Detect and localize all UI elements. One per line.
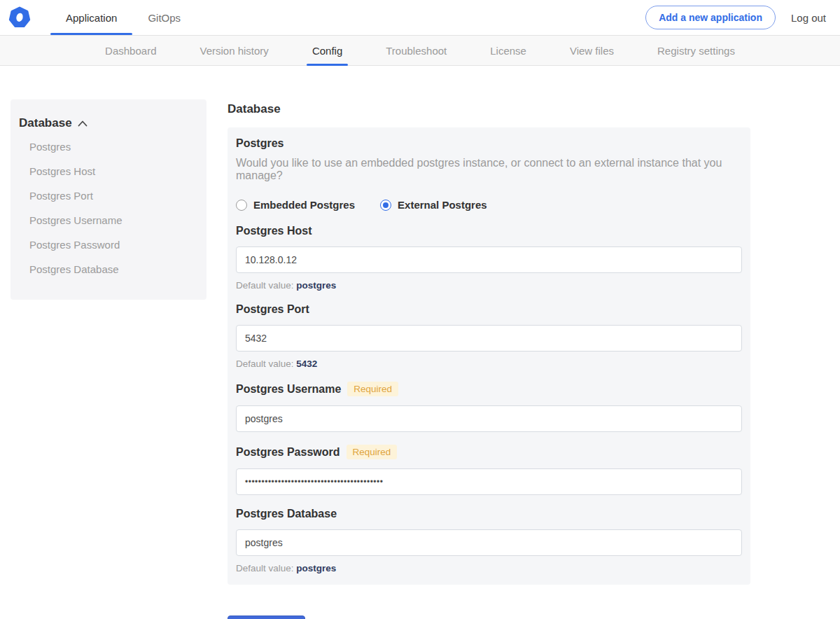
top-nav-right: Add a new application Log out	[645, 0, 826, 35]
config-group-panel: Postgres Would you like to use an embedd…	[227, 127, 750, 585]
field-postgres-host-label: Postgres Host	[236, 225, 742, 237]
sidebar-item-postgres-password[interactable]: Postgres Password	[19, 232, 198, 257]
page-title: Database	[227, 102, 750, 116]
default-value: postgres	[296, 563, 336, 573]
kots-logo-icon	[8, 6, 31, 29]
add-application-button[interactable]: Add a new application	[645, 6, 776, 29]
default-prefix: Default value:	[236, 280, 294, 291]
field-postgres-database: Postgres Database Default value: postgre…	[236, 508, 742, 573]
tab-application-label: Application	[66, 12, 117, 24]
subnav-config-label: Config	[312, 45, 342, 57]
subnav-version-history[interactable]: Version history	[200, 36, 268, 65]
logout-link[interactable]: Log out	[791, 12, 826, 24]
field-postgres-username-label: Postgres Username Required	[236, 382, 742, 396]
sidebar-item-postgres-username[interactable]: Postgres Username	[19, 208, 198, 232]
content-area: Database Postgres Postgres Host Postgres…	[0, 66, 840, 619]
field-postgres-password-label: Postgres Password Required	[236, 445, 742, 459]
sidebar-item-postgres[interactable]: Postgres	[19, 134, 198, 159]
subnav-license[interactable]: License	[490, 36, 526, 65]
chevron-up-icon	[78, 120, 88, 127]
default-value: 5432	[296, 359, 317, 369]
field-postgres-username: Postgres Username Required	[236, 382, 742, 432]
top-tabs: Application GitOps	[50, 0, 196, 35]
app-subnav: Dashboard Version history Config Trouble…	[0, 35, 840, 66]
field-postgres-port: Postgres Port Default value: 5432	[236, 303, 742, 369]
postgres-host-input[interactable]	[236, 246, 742, 273]
app-logo[interactable]	[8, 0, 31, 35]
subnav-license-label: License	[490, 45, 526, 57]
radio-external-postgres-circle	[380, 200, 391, 211]
tab-application[interactable]: Application	[50, 0, 132, 35]
tab-gitops-label: GitOps	[148, 12, 181, 24]
field-postgres-port-label: Postgres Port	[236, 303, 742, 316]
field-postgres-username-text: Postgres Username	[236, 383, 341, 396]
radio-embedded-postgres-circle	[236, 200, 247, 211]
sidebar-item-postgres-port[interactable]: Postgres Port	[19, 183, 198, 208]
sidebar-item-postgres-host[interactable]: Postgres Host	[19, 159, 198, 183]
sidebar-item-list: Postgres Postgres Host Postgres Port Pos…	[19, 134, 198, 281]
subnav-registry-settings[interactable]: Registry settings	[657, 36, 735, 65]
postgres-mode-radio-group: Embedded Postgres External Postgres	[236, 199, 742, 211]
subnav-registry-settings-label: Registry settings	[657, 45, 735, 57]
config-sidebar: Database Postgres Postgres Host Postgres…	[10, 99, 206, 300]
sidebar-group-database[interactable]: Database	[19, 116, 198, 130]
postgres-port-input[interactable]	[236, 325, 742, 352]
postgres-username-input[interactable]	[236, 405, 742, 432]
subnav-config[interactable]: Config	[312, 36, 342, 65]
radio-embedded-postgres-label: Embedded Postgres	[253, 199, 355, 211]
required-badge: Required	[346, 445, 398, 459]
postgres-password-input[interactable]	[236, 468, 742, 495]
field-postgres-database-label: Postgres Database	[236, 508, 742, 520]
subnav-version-history-label: Version history	[200, 45, 268, 57]
save-row: Save config	[227, 615, 750, 619]
top-nav-spacer	[196, 0, 645, 35]
default-value: postgres	[296, 280, 336, 291]
sidebar-group-database-label: Database	[19, 116, 72, 130]
required-badge: Required	[347, 382, 398, 396]
field-postgres-mode-label: Postgres	[236, 137, 742, 150]
sidebar-item-postgres-database[interactable]: Postgres Database	[19, 257, 198, 281]
subnav-view-files-label: View files	[570, 45, 614, 57]
field-postgres-host: Postgres Host Default value: postgres	[236, 225, 742, 291]
postgres-database-input[interactable]	[236, 529, 742, 556]
default-prefix: Default value:	[236, 563, 294, 573]
tab-gitops[interactable]: GitOps	[132, 0, 196, 35]
postgres-port-default: Default value: 5432	[236, 359, 742, 369]
postgres-database-default: Default value: postgres	[236, 563, 742, 573]
field-postgres-password: Postgres Password Required	[236, 445, 742, 495]
subnav-troubleshoot[interactable]: Troubleshoot	[386, 36, 447, 65]
subnav-view-files[interactable]: View files	[570, 36, 614, 65]
config-main: Database Postgres Would you like to use …	[227, 99, 750, 619]
subnav-troubleshoot-label: Troubleshoot	[386, 45, 447, 57]
default-prefix: Default value:	[236, 359, 294, 369]
radio-embedded-postgres[interactable]: Embedded Postgres	[236, 199, 355, 211]
field-postgres-password-text: Postgres Password	[236, 446, 340, 459]
postgres-host-default: Default value: postgres	[236, 280, 742, 291]
subnav-dashboard-label: Dashboard	[105, 45, 156, 57]
radio-external-postgres[interactable]: External Postgres	[380, 199, 487, 211]
subnav-dashboard[interactable]: Dashboard	[105, 36, 156, 65]
top-nav: Application GitOps Add a new application…	[0, 0, 840, 35]
radio-external-postgres-label: External Postgres	[398, 199, 487, 211]
save-config-button[interactable]: Save config	[227, 615, 305, 619]
field-postgres-mode: Postgres Would you like to use an embedd…	[236, 137, 742, 211]
field-postgres-mode-help: Would you like to use an embedded postgr…	[236, 157, 742, 182]
